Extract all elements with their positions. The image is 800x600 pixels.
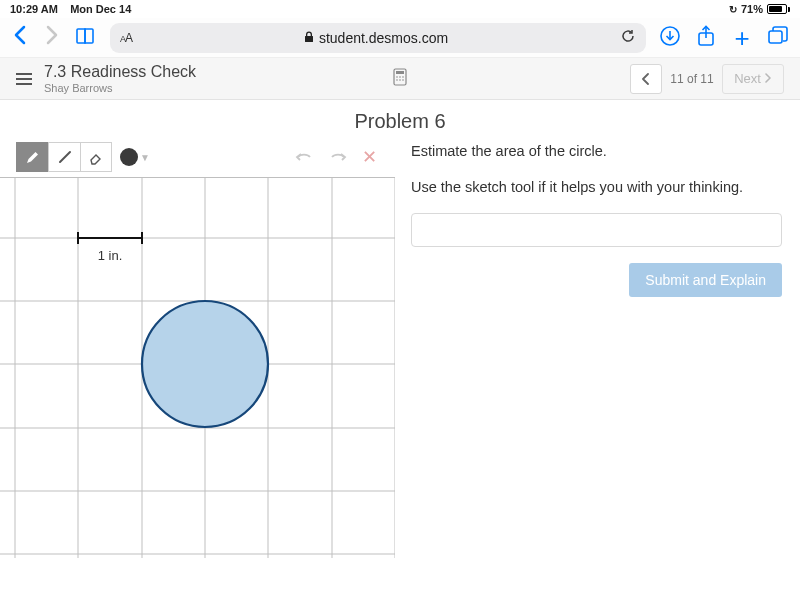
browser-forward-button[interactable] [42,25,62,51]
pencil-tool[interactable] [16,142,48,172]
svg-point-9 [402,76,404,78]
device-status-bar: 10:29 AM Mon Dec 14 ↻ 71% [0,0,800,18]
menu-button[interactable] [16,73,32,85]
calculator-icon[interactable] [393,68,407,90]
sketch-canvas[interactable]: 1 in. [0,177,395,572]
prompt-text-1: Estimate the area of the circle. [411,141,782,163]
sketch-panel: ▼ ✕ [0,141,395,600]
svg-point-11 [399,79,401,81]
battery-percent: 71% [741,3,763,15]
chevron-down-icon: ▼ [140,152,150,163]
new-tab-icon[interactable]: + [730,28,754,48]
next-screen-button[interactable]: Next [722,64,784,94]
activity-subtitle: Shay Barrows [44,82,196,95]
answer-input[interactable] [411,213,782,247]
problem-title: Problem 6 [0,100,800,141]
svg-rect-6 [396,71,404,74]
redo-button[interactable] [328,148,348,166]
pager: 11 of 11 Next [630,64,784,94]
submit-button[interactable]: Submit and Explain [629,263,782,297]
status-time: 10:29 AM [10,3,58,15]
prev-screen-button[interactable] [630,64,662,94]
url-bar[interactable]: AA student.desmos.com [110,23,646,53]
svg-point-7 [396,76,398,78]
tabs-icon[interactable] [766,26,790,50]
bookmarks-icon[interactable] [74,26,98,50]
color-swatch [120,148,138,166]
reload-icon[interactable] [620,28,636,47]
chevron-right-icon [765,72,772,86]
prompt-text-2: Use the sketch tool if it helps you with… [411,177,782,199]
svg-point-10 [396,79,398,81]
lock-icon [304,30,314,46]
content-area: Problem 6 ▼ [0,100,800,600]
next-label: Next [734,71,761,86]
svg-rect-4 [769,31,782,43]
eraser-tool[interactable] [80,142,112,172]
clear-sketch-button[interactable]: ✕ [362,146,377,168]
prompt-panel: Estimate the area of the circle. Use the… [395,141,800,600]
unit-label: 1 in. [98,248,123,263]
browser-back-button[interactable] [10,25,30,51]
page-indicator: 11 of 11 [670,72,714,86]
activity-header: 7.3 Readiness Check Shay Barrows 11 of 1… [0,58,800,100]
sketch-toolbar: ▼ ✕ [0,141,395,173]
sketch-circle [142,301,268,427]
svg-point-8 [399,76,401,78]
url-text: student.desmos.com [319,30,448,46]
browser-toolbar: AA student.desmos.com + [0,18,800,58]
reader-aa-icon[interactable]: AA [120,31,132,45]
battery-icon [767,4,790,14]
status-right: ↻ 71% [729,3,790,15]
line-tool[interactable] [48,142,80,172]
color-picker[interactable]: ▼ [120,148,150,166]
undo-button[interactable] [294,148,314,166]
status-time-date: 10:29 AM Mon Dec 14 [10,3,131,15]
downloads-icon[interactable] [658,25,682,51]
svg-point-12 [402,79,404,81]
activity-title-block: 7.3 Readiness Check Shay Barrows [44,62,196,94]
share-icon[interactable] [694,25,718,51]
activity-title: 7.3 Readiness Check [44,62,196,81]
status-date: Mon Dec 14 [70,3,131,15]
svg-line-13 [60,152,70,162]
